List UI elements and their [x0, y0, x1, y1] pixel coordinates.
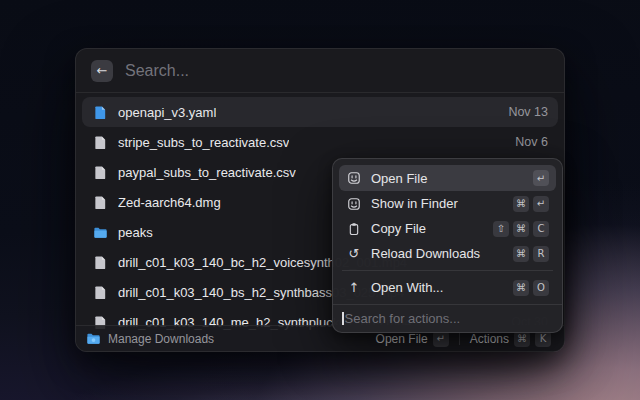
shift-key-icon: ⇧ [493, 221, 509, 237]
file-icon [92, 104, 108, 120]
file-icon [92, 134, 108, 150]
open-file-label: Open File [376, 332, 428, 346]
command-key-icon: ⌘ [513, 246, 529, 262]
divider [459, 332, 460, 345]
extension-folder-icon [86, 331, 101, 346]
actions-search-placeholder: Search for actions... [345, 311, 461, 326]
menu-item-label: Open With... [371, 280, 443, 295]
menu-item-open-file[interactable]: Open File ↵ [339, 165, 556, 191]
menu-item-label: Open File [371, 171, 427, 186]
actions-label: Actions [470, 332, 509, 346]
file-date: Nov 6 [515, 135, 548, 149]
file-icon [92, 254, 108, 270]
command-key-icon: ⌘ [513, 221, 529, 237]
menu-item-show-in-finder[interactable]: Show in Finder ⌘ ↵ [339, 191, 556, 216]
finder-icon [346, 171, 362, 185]
command-key-icon: ⌘ [513, 196, 529, 212]
return-key-icon: ↵ [533, 170, 549, 186]
file-name: openapi_v3.yaml [118, 105, 216, 120]
arrow-up-icon: ↑ [346, 281, 362, 294]
actions-search-input[interactable]: Search for actions... [333, 304, 562, 332]
file-name: peaks [118, 225, 153, 240]
extension-info: Manage Downloads [86, 331, 214, 346]
file-icon [92, 164, 108, 180]
search-input[interactable]: Search... [125, 62, 549, 80]
search-bar: ← Search... [76, 49, 564, 93]
file-icon [92, 284, 108, 300]
text-caret [342, 312, 344, 325]
actions-menu: Open File ↵ Show in Finder ⌘ ↵ Copy File… [332, 158, 563, 333]
o-key-icon: O [533, 280, 549, 296]
command-key-icon: ⌘ [513, 280, 529, 296]
file-name: paypal_subs_to_reactivate.csv [118, 165, 296, 180]
menu-item-label: Copy File [371, 221, 426, 236]
r-key-icon: R [533, 246, 549, 262]
back-button[interactable]: ← [91, 60, 113, 82]
file-date: Nov 13 [508, 105, 548, 119]
reload-icon: ↺ [346, 247, 362, 260]
file-name: stripe_subs_to_reactivate.csv [118, 135, 289, 150]
list-item[interactable]: stripe_subs_to_reactivate.csv Nov 6 [82, 127, 558, 157]
c-key-icon: C [533, 221, 549, 237]
return-key-icon: ↵ [533, 196, 549, 212]
menu-item-label: Reload Downloads [371, 246, 480, 261]
file-name: Zed-aarch64.dmg [118, 195, 221, 210]
menu-item-open-with[interactable]: ↑ Open With... ⌘ O [339, 275, 556, 300]
list-item[interactable]: openapi_v3.yaml Nov 13 [82, 97, 558, 127]
finder-icon [346, 197, 362, 211]
menu-item-reload-downloads[interactable]: ↺ Reload Downloads ⌘ R [339, 241, 556, 266]
file-icon [92, 194, 108, 210]
clipboard-icon [346, 222, 362, 236]
arrow-left-icon: ← [97, 64, 108, 77]
extension-name: Manage Downloads [108, 332, 214, 346]
menu-divider [342, 270, 553, 271]
menu-item-copy-file[interactable]: Copy File ⇧ ⌘ C [339, 216, 556, 241]
menu-item-label: Show in Finder [371, 196, 458, 211]
folder-icon [92, 224, 108, 240]
